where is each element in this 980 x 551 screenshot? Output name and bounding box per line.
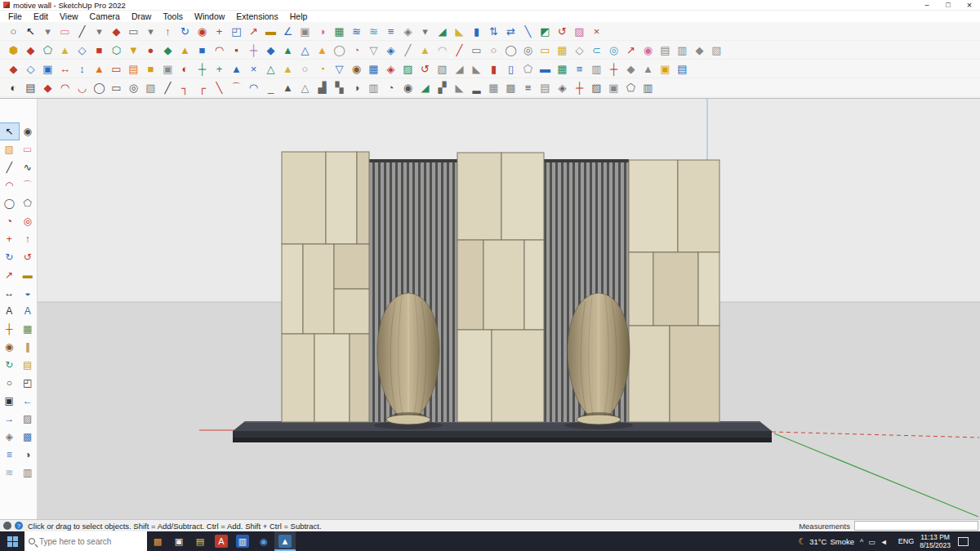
- toolbar-icon[interactable]: ▥: [588, 60, 605, 77]
- styles-tool[interactable]: ◈: [0, 429, 19, 445]
- taskbar-search[interactable]: [24, 531, 147, 551]
- toolbar-icon[interactable]: ▦: [485, 79, 502, 96]
- toolbar-icon[interactable]: ◣: [451, 23, 468, 39]
- toolbar-icon[interactable]: ◯: [502, 42, 519, 58]
- model-stone-panel-middle[interactable]: [457, 153, 544, 422]
- toolbar-icon[interactable]: ◡: [74, 79, 91, 96]
- select-tool[interactable]: ↖: [0, 123, 19, 140]
- toolbar-icon[interactable]: ▤: [537, 79, 554, 96]
- toolbar-icon[interactable]: ◩: [537, 23, 554, 39]
- toolbar-icon[interactable]: ⊂: [588, 42, 605, 58]
- axes-tool[interactable]: ┼: [0, 321, 19, 337]
- toolbar-icon[interactable]: ▭: [537, 42, 554, 58]
- file-explorer-taskbar-icon[interactable]: ▤: [189, 531, 211, 551]
- toolbar-icon[interactable]: ▦: [331, 23, 348, 39]
- toolbar-icon[interactable]: ▧: [434, 60, 451, 77]
- previous-tool[interactable]: ←: [19, 393, 38, 409]
- toolbar-icon[interactable]: ■: [91, 42, 108, 58]
- menu-edit[interactable]: Edit: [28, 11, 54, 22]
- toolbar-icon[interactable]: ◠: [56, 79, 74, 96]
- menu-file[interactable]: File: [2, 11, 28, 22]
- toolbar-icon[interactable]: ▬: [537, 60, 554, 77]
- toolbar-icon[interactable]: ▲: [416, 42, 434, 58]
- toolbar-icon[interactable]: ⌒: [228, 79, 245, 96]
- toolbar-icon[interactable]: ▤: [674, 60, 691, 77]
- toolbar-icon[interactable]: ▲: [56, 42, 74, 58]
- model-stone-panel-right[interactable]: [629, 160, 719, 422]
- section-fill-tool[interactable]: ▩: [19, 429, 38, 445]
- toolbar-icon[interactable]: +: [211, 23, 228, 39]
- toolbar-icon[interactable]: ▲: [314, 42, 331, 58]
- toolbar-icon[interactable]: ▣: [39, 60, 56, 77]
- toolbar-icon[interactable]: ▥: [639, 79, 657, 96]
- toolbar-icon[interactable]: ◎: [605, 42, 622, 58]
- toolbar-icon[interactable]: ●: [142, 42, 159, 58]
- toolbar-icon[interactable]: ▽: [365, 42, 382, 58]
- office-app-taskbar-icon[interactable]: ▥: [232, 531, 253, 551]
- toolbar-icon[interactable]: ◔: [382, 79, 399, 96]
- toolbar-icon[interactable]: ╱: [451, 42, 468, 58]
- toolbar-icon[interactable]: ▣: [296, 23, 314, 39]
- toolbar-icon[interactable]: ▲: [279, 42, 296, 58]
- toolbar-icon[interactable]: ▤: [22, 79, 39, 96]
- help-icon[interactable]: ?: [15, 522, 23, 530]
- toolbar-icon[interactable]: ╱: [399, 42, 416, 58]
- toolbar-icon[interactable]: ◠: [211, 42, 228, 58]
- toolbar-icon[interactable]: ▲: [279, 60, 296, 77]
- toolbar-icon[interactable]: ◆: [159, 42, 176, 58]
- toolbar-icon[interactable]: ◈: [382, 42, 399, 58]
- toolbar-icon[interactable]: ▭: [56, 23, 74, 39]
- toolbar-icon[interactable]: ◉: [639, 42, 657, 58]
- toolbar-icon[interactable]: ▾: [416, 23, 434, 39]
- arc-tool[interactable]: ◠: [0, 177, 19, 193]
- toolbar-icon[interactable]: ○: [485, 42, 502, 58]
- toolbar-icon[interactable]: ▲: [176, 42, 194, 58]
- toolbar-icon[interactable]: ┼: [571, 79, 588, 96]
- minimize-button[interactable]: –: [916, 0, 938, 10]
- move-tool[interactable]: +: [0, 231, 19, 247]
- toolbar-icon[interactable]: ⇄: [502, 23, 519, 39]
- toolbar-icon[interactable]: ╱: [74, 23, 91, 39]
- toolbar-icon[interactable]: ◣: [451, 79, 468, 96]
- circle-tool[interactable]: ◯: [0, 195, 19, 211]
- toolbar-icon[interactable]: ┐: [176, 79, 194, 96]
- toolbar-icon[interactable]: ◐: [176, 60, 194, 77]
- toolbar-icon[interactable]: ◠: [434, 42, 451, 58]
- toolbar-icon[interactable]: ↗: [622, 42, 639, 58]
- toolbar-icon[interactable]: ◆: [5, 60, 22, 77]
- toolbar-icon[interactable]: △: [262, 60, 279, 77]
- action-center-icon[interactable]: [958, 537, 969, 546]
- menu-view[interactable]: View: [54, 11, 84, 22]
- paint-bucket-tool[interactable]: ▧: [0, 141, 19, 158]
- toolbar-icon[interactable]: ▨: [571, 23, 588, 39]
- toolbar-icon[interactable]: ↺: [554, 23, 571, 39]
- toolbar-icon[interactable]: ⬢: [5, 42, 22, 58]
- toolbar-icon[interactable]: ↖: [22, 23, 39, 39]
- toolbar-icon[interactable]: ▾: [142, 23, 159, 39]
- toolbar-icon[interactable]: ▥: [674, 42, 691, 58]
- display-icon[interactable]: ▭: [868, 538, 875, 546]
- line-tool[interactable]: ╱: [0, 159, 19, 176]
- viewport-canvas[interactable]: [38, 99, 980, 519]
- match-photo-tool[interactable]: ▨: [19, 411, 38, 427]
- toolbar-icon[interactable]: ▲: [279, 79, 296, 96]
- toolbar-icon[interactable]: ◈: [399, 23, 416, 39]
- toolbar-icon[interactable]: _: [262, 79, 279, 96]
- toolbar-icon[interactable]: ■: [194, 42, 211, 58]
- polygon-tool[interactable]: ⬠: [19, 195, 38, 211]
- zoom-extents-tool[interactable]: ▣: [0, 393, 19, 409]
- toolbar-icon[interactable]: ▮: [468, 23, 485, 39]
- toolbar-icon[interactable]: ◈: [554, 79, 571, 96]
- toolbar-icon[interactable]: ▾: [39, 23, 56, 39]
- toolbar-icon[interactable]: ◑: [348, 79, 365, 96]
- toolbar-icon[interactable]: ▂: [468, 79, 485, 96]
- acrobat-taskbar-icon[interactable]: A: [211, 531, 232, 551]
- shadows-tool[interactable]: ◑: [19, 447, 38, 463]
- toolbar-icon[interactable]: ○: [5, 23, 22, 39]
- toolbar-icon[interactable]: ◯: [331, 42, 348, 58]
- toolbar-icon[interactable]: ┌: [194, 79, 211, 96]
- volume-icon[interactable]: ◄: [880, 538, 888, 546]
- toolbar-icon[interactable]: ▣: [159, 60, 176, 77]
- section-line-tool[interactable]: ≡: [0, 447, 19, 463]
- toolbar-icon[interactable]: ▦: [554, 60, 571, 77]
